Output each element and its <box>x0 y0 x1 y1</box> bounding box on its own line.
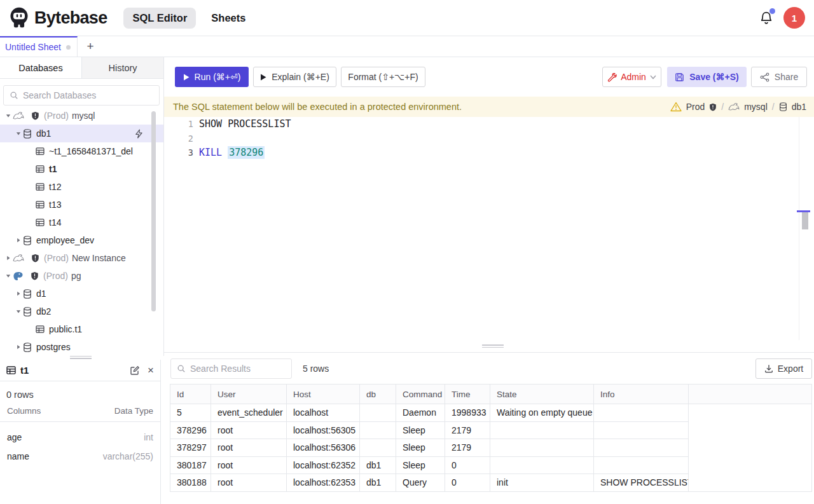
table-cell[interactable]: root <box>211 421 287 439</box>
sheet-tab-untitled[interactable]: Untitled Sheet <box>0 36 78 57</box>
table-cell[interactable] <box>490 456 594 474</box>
run-button[interactable]: Run (⌘+⏎) <box>175 67 249 87</box>
nav-sql-editor[interactable]: SQL Editor <box>123 8 196 29</box>
caret-right-icon[interactable] <box>4 255 13 261</box>
environment-label[interactable]: Prod <box>686 102 705 112</box>
sidebar-splitter[interactable] <box>0 355 161 360</box>
tree-item-employee-dev[interactable]: employee_dev <box>0 231 163 249</box>
tree-item-t14[interactable]: t14 <box>0 214 163 231</box>
tree-item-db1[interactable]: db1 <box>0 125 163 142</box>
table-row[interactable]: 380188rootlocalhost:62353db1Query0initSH… <box>170 474 812 492</box>
table-cell[interactable]: Waiting on empty queue <box>490 404 594 422</box>
table-row[interactable]: 378296rootlocalhost:56305Sleep2179 <box>170 421 812 439</box>
table-cell[interactable]: db1 <box>360 456 396 474</box>
table-cell[interactable] <box>360 404 396 422</box>
tree-item-public-t1[interactable]: public.t1 <box>0 320 163 338</box>
table-cell[interactable]: 1998933 <box>445 404 490 422</box>
table-cell[interactable] <box>594 421 689 439</box>
lightning-bolt-icon[interactable] <box>135 129 143 139</box>
table-cell[interactable]: localhost:62352 <box>287 456 360 474</box>
caret-right-icon[interactable] <box>14 237 23 243</box>
caret-down-icon[interactable] <box>14 308 23 315</box>
table-cell[interactable] <box>360 421 396 439</box>
table-cell[interactable] <box>594 439 689 457</box>
table-cell[interactable]: 380187 <box>170 456 211 474</box>
caret-down-icon[interactable] <box>4 112 13 119</box>
table-cell[interactable]: root <box>211 439 287 457</box>
tree-item-t12[interactable]: t12 <box>0 178 163 196</box>
tree-item-db2[interactable]: db2 <box>0 303 163 320</box>
code-line-2[interactable]: 2 <box>164 132 814 146</box>
table-cell[interactable] <box>594 404 689 422</box>
table-cell[interactable]: Daemon <box>396 404 445 422</box>
tree-item-d1[interactable]: d1 <box>0 285 163 303</box>
table-cell[interactable]: 5 <box>170 404 211 422</box>
share-button[interactable]: Share <box>751 67 807 87</box>
table-row[interactable]: 5event_schedulerlocalhostDaemon1998933Wa… <box>170 404 812 422</box>
table-cell[interactable]: SHOW PROCESSLIST <box>594 474 689 492</box>
nav-sheets[interactable]: Sheets <box>202 8 254 29</box>
tree-item--t1-1658481371-del[interactable]: ~t1_1658481371_del <box>0 142 163 160</box>
table-cell[interactable] <box>490 421 594 439</box>
database-label[interactable]: db1 <box>792 102 806 112</box>
sql-editor[interactable]: 1SHOW PROCESSLIST23KILL 378296 <box>164 117 814 340</box>
editor-scrollbar-thumb[interactable] <box>802 212 808 229</box>
database-search-box[interactable] <box>3 85 160 106</box>
caret-right-icon[interactable] <box>14 344 23 350</box>
table-cell[interactable]: 2179 <box>445 439 490 457</box>
caret-down-icon[interactable] <box>4 273 13 279</box>
table-row[interactable]: 380187rootlocalhost:62352db1Sleep0 <box>170 456 812 474</box>
table-cell[interactable]: localhost:56305 <box>287 421 360 439</box>
close-icon[interactable]: × <box>148 365 154 376</box>
table-cell[interactable] <box>594 456 689 474</box>
tree-item-new-instance[interactable]: (Prod)New Instance <box>0 249 163 267</box>
tab-databases[interactable]: Databases <box>0 57 82 78</box>
tree-item-pg[interactable]: (Prod)pg <box>0 267 163 285</box>
table-cell[interactable]: init <box>490 474 594 492</box>
table-cell[interactable]: Sleep <box>396 439 445 457</box>
table-cell[interactable]: Sleep <box>396 421 445 439</box>
tree-item-mysql[interactable]: (Prod)mysql <box>0 107 163 125</box>
new-sheet-button[interactable]: + <box>78 36 103 57</box>
export-button[interactable]: Export <box>755 358 812 379</box>
table-cell[interactable]: localhost <box>287 404 360 422</box>
edit-table-icon[interactable] <box>130 365 140 376</box>
table-cell[interactable] <box>490 439 594 457</box>
database-search-input[interactable] <box>23 90 153 100</box>
notification-bell-icon[interactable] <box>759 11 773 25</box>
results-search-input[interactable] <box>190 364 286 374</box>
table-cell[interactable] <box>360 439 396 457</box>
tree-item-t1[interactable]: t1 <box>0 160 163 178</box>
tree-item-t13[interactable]: t13 <box>0 196 163 214</box>
admin-mode-button[interactable]: Admin <box>602 67 661 87</box>
format-button[interactable]: Format (⇧+⌥+F) <box>341 67 425 87</box>
tree-item-postgres[interactable]: postgres <box>0 338 163 356</box>
table-cell[interactable]: localhost:56306 <box>287 439 360 457</box>
table-cell[interactable]: 378296 <box>170 421 211 439</box>
table-row[interactable]: 378297rootlocalhost:56306Sleep2179 <box>170 439 812 457</box>
instance-label[interactable]: mysql <box>744 102 768 112</box>
table-cell[interactable]: 0 <box>445 474 490 492</box>
table-cell[interactable]: event_scheduler <box>211 404 287 422</box>
results-search-box[interactable] <box>170 358 292 379</box>
user-avatar[interactable]: 1 <box>783 7 805 29</box>
table-cell[interactable]: 0 <box>445 456 490 474</box>
table-cell[interactable]: localhost:62353 <box>287 474 360 492</box>
table-cell[interactable]: Query <box>396 474 445 492</box>
sidebar-scrollbar[interactable] <box>151 111 156 311</box>
tab-history[interactable]: History <box>82 57 163 78</box>
results-splitter[interactable] <box>164 340 814 352</box>
table-cell[interactable]: Sleep <box>396 456 445 474</box>
table-cell[interactable]: root <box>211 474 287 492</box>
caret-right-icon[interactable] <box>14 290 23 297</box>
table-cell[interactable]: 2179 <box>445 421 490 439</box>
table-cell[interactable]: 378297 <box>170 439 211 457</box>
table-cell[interactable]: root <box>211 456 287 474</box>
code-line-1[interactable]: 1SHOW PROCESSLIST <box>164 117 814 132</box>
table-cell[interactable]: 380188 <box>170 474 211 492</box>
save-button[interactable]: Save (⌘+S) <box>667 67 747 87</box>
table-cell[interactable]: db1 <box>360 474 396 492</box>
caret-down-icon[interactable] <box>14 130 23 137</box>
code-line-3[interactable]: 3KILL 378296 <box>164 146 814 160</box>
explain-button[interactable]: Explain (⌘+E) <box>253 67 336 87</box>
